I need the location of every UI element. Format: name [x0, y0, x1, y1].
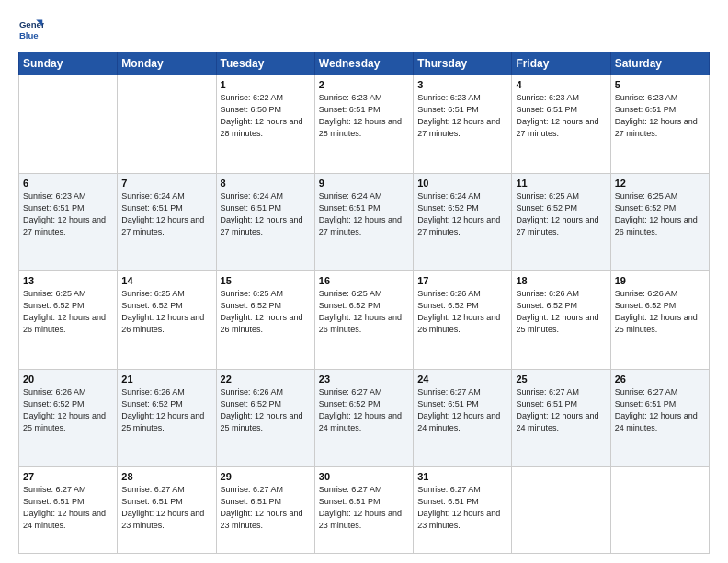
calendar-cell: 10Sunrise: 6:24 AMSunset: 6:52 PMDayligh…: [414, 173, 512, 271]
day-number: 26: [615, 373, 705, 385]
day-number: 11: [516, 178, 606, 189]
day-info: Sunrise: 6:26 AMSunset: 6:52 PMDaylight:…: [516, 288, 606, 336]
day-number: 8: [221, 178, 311, 189]
calendar-cell: 23Sunrise: 6:27 AMSunset: 6:52 PMDayligh…: [314, 369, 413, 467]
day-number: 4: [516, 79, 606, 90]
day-number: 12: [615, 178, 705, 189]
calendar-cell: 28Sunrise: 6:27 AMSunset: 6:51 PMDayligh…: [118, 467, 216, 554]
day-number: 2: [319, 79, 409, 90]
day-number: 5: [615, 79, 705, 90]
logo: General Blue: [18, 17, 48, 42]
calendar-cell: 16Sunrise: 6:25 AMSunset: 6:52 PMDayligh…: [314, 271, 413, 370]
weekday-header: Tuesday: [216, 52, 314, 75]
calendar-cell: 30Sunrise: 6:27 AMSunset: 6:51 PMDayligh…: [314, 467, 413, 554]
calendar-cell: 5Sunrise: 6:23 AMSunset: 6:51 PMDaylight…: [610, 75, 709, 174]
day-info: Sunrise: 6:23 AMSunset: 6:51 PMDaylight:…: [23, 190, 113, 238]
day-info: Sunrise: 6:27 AMSunset: 6:51 PMDaylight:…: [417, 484, 507, 532]
day-info: Sunrise: 6:26 AMSunset: 6:52 PMDaylight:…: [23, 386, 113, 434]
calendar-cell: [610, 467, 709, 554]
svg-text:Blue: Blue: [19, 30, 39, 40]
day-number: 30: [319, 471, 409, 482]
weekday-header: Thursday: [414, 52, 512, 75]
day-info: Sunrise: 6:27 AMSunset: 6:51 PMDaylight:…: [221, 484, 311, 532]
weekday-header: Friday: [512, 52, 610, 75]
page: General Blue SundayMondayTuesdayWednesda…: [0, 0, 728, 563]
calendar-cell: [512, 467, 610, 554]
day-info: Sunrise: 6:25 AMSunset: 6:52 PMDaylight:…: [23, 288, 113, 336]
calendar-cell: 19Sunrise: 6:26 AMSunset: 6:52 PMDayligh…: [610, 271, 709, 370]
day-info: Sunrise: 6:24 AMSunset: 6:51 PMDaylight:…: [121, 190, 211, 238]
calendar-cell: 8Sunrise: 6:24 AMSunset: 6:51 PMDaylight…: [216, 173, 314, 271]
calendar-cell: 7Sunrise: 6:24 AMSunset: 6:51 PMDaylight…: [118, 173, 216, 271]
day-info: Sunrise: 6:27 AMSunset: 6:52 PMDaylight:…: [319, 386, 409, 434]
weekday-header: Monday: [118, 52, 216, 75]
calendar-cell: 29Sunrise: 6:27 AMSunset: 6:51 PMDayligh…: [216, 467, 314, 554]
day-info: Sunrise: 6:25 AMSunset: 6:52 PMDaylight:…: [319, 288, 409, 336]
calendar-cell: 22Sunrise: 6:26 AMSunset: 6:52 PMDayligh…: [216, 369, 314, 467]
calendar-cell: [19, 75, 118, 174]
calendar-cell: 12Sunrise: 6:25 AMSunset: 6:52 PMDayligh…: [610, 173, 709, 271]
day-info: Sunrise: 6:23 AMSunset: 6:51 PMDaylight:…: [319, 92, 409, 140]
day-number: 13: [23, 275, 113, 286]
calendar-cell: 25Sunrise: 6:27 AMSunset: 6:51 PMDayligh…: [512, 369, 610, 467]
day-info: Sunrise: 6:26 AMSunset: 6:52 PMDaylight:…: [615, 288, 705, 336]
day-info: Sunrise: 6:24 AMSunset: 6:51 PMDaylight:…: [221, 190, 311, 238]
day-number: 16: [319, 275, 409, 286]
calendar-table: SundayMondayTuesdayWednesdayThursdayFrid…: [18, 52, 710, 554]
weekday-header: Wednesday: [314, 52, 413, 75]
calendar-cell: 13Sunrise: 6:25 AMSunset: 6:52 PMDayligh…: [19, 271, 118, 370]
day-info: Sunrise: 6:27 AMSunset: 6:51 PMDaylight:…: [319, 484, 409, 532]
day-number: 10: [417, 178, 507, 189]
calendar-cell: 11Sunrise: 6:25 AMSunset: 6:52 PMDayligh…: [512, 173, 610, 271]
weekday-header: Saturday: [610, 52, 709, 75]
calendar-cell: 27Sunrise: 6:27 AMSunset: 6:51 PMDayligh…: [19, 467, 118, 554]
day-info: Sunrise: 6:26 AMSunset: 6:52 PMDaylight:…: [221, 386, 311, 434]
calendar-week-row: 27Sunrise: 6:27 AMSunset: 6:51 PMDayligh…: [19, 467, 710, 554]
day-number: 14: [121, 275, 211, 286]
day-number: 9: [319, 178, 409, 189]
calendar-cell: [118, 75, 216, 174]
day-number: 27: [23, 471, 113, 482]
day-number: 15: [221, 275, 311, 286]
calendar-week-row: 1Sunrise: 6:22 AMSunset: 6:50 PMDaylight…: [19, 75, 710, 174]
day-info: Sunrise: 6:25 AMSunset: 6:52 PMDaylight:…: [221, 288, 311, 336]
day-info: Sunrise: 6:25 AMSunset: 6:52 PMDaylight:…: [121, 288, 211, 336]
day-info: Sunrise: 6:27 AMSunset: 6:51 PMDaylight:…: [417, 386, 507, 434]
calendar-cell: 24Sunrise: 6:27 AMSunset: 6:51 PMDayligh…: [414, 369, 512, 467]
calendar-cell: 31Sunrise: 6:27 AMSunset: 6:51 PMDayligh…: [414, 467, 512, 554]
calendar-cell: 20Sunrise: 6:26 AMSunset: 6:52 PMDayligh…: [19, 369, 118, 467]
calendar-week-row: 6Sunrise: 6:23 AMSunset: 6:51 PMDaylight…: [19, 173, 710, 271]
day-info: Sunrise: 6:27 AMSunset: 6:51 PMDaylight:…: [23, 484, 113, 532]
day-info: Sunrise: 6:23 AMSunset: 6:51 PMDaylight:…: [417, 92, 507, 140]
calendar-cell: 14Sunrise: 6:25 AMSunset: 6:52 PMDayligh…: [118, 271, 216, 370]
calendar-cell: 18Sunrise: 6:26 AMSunset: 6:52 PMDayligh…: [512, 271, 610, 370]
calendar-week-row: 20Sunrise: 6:26 AMSunset: 6:52 PMDayligh…: [19, 369, 710, 467]
day-info: Sunrise: 6:25 AMSunset: 6:52 PMDaylight:…: [615, 190, 705, 238]
calendar-cell: 2Sunrise: 6:23 AMSunset: 6:51 PMDaylight…: [314, 75, 413, 174]
day-info: Sunrise: 6:26 AMSunset: 6:52 PMDaylight:…: [417, 288, 507, 336]
day-number: 31: [417, 471, 507, 482]
calendar-cell: 15Sunrise: 6:25 AMSunset: 6:52 PMDayligh…: [216, 271, 314, 370]
calendar-cell: 21Sunrise: 6:26 AMSunset: 6:52 PMDayligh…: [118, 369, 216, 467]
day-number: 17: [417, 275, 507, 286]
day-info: Sunrise: 6:27 AMSunset: 6:51 PMDaylight:…: [516, 386, 606, 434]
day-number: 23: [319, 373, 409, 385]
day-number: 25: [516, 373, 606, 385]
day-info: Sunrise: 6:27 AMSunset: 6:51 PMDaylight:…: [615, 386, 705, 434]
day-info: Sunrise: 6:24 AMSunset: 6:52 PMDaylight:…: [417, 190, 507, 238]
calendar-cell: 17Sunrise: 6:26 AMSunset: 6:52 PMDayligh…: [414, 271, 512, 370]
day-number: 20: [23, 373, 113, 385]
weekday-header: Sunday: [19, 52, 118, 75]
calendar-header-row: SundayMondayTuesdayWednesdayThursdayFrid…: [19, 52, 710, 75]
calendar-cell: 1Sunrise: 6:22 AMSunset: 6:50 PMDaylight…: [216, 75, 314, 174]
day-number: 29: [221, 471, 311, 482]
calendar-cell: 4Sunrise: 6:23 AMSunset: 6:51 PMDaylight…: [512, 75, 610, 174]
day-info: Sunrise: 6:25 AMSunset: 6:52 PMDaylight:…: [516, 190, 606, 238]
day-info: Sunrise: 6:23 AMSunset: 6:51 PMDaylight:…: [615, 92, 705, 140]
day-info: Sunrise: 6:24 AMSunset: 6:51 PMDaylight:…: [319, 190, 409, 238]
day-info: Sunrise: 6:26 AMSunset: 6:52 PMDaylight:…: [121, 386, 211, 434]
day-number: 3: [417, 79, 507, 90]
day-number: 24: [417, 373, 507, 385]
logo-icon: General Blue: [18, 17, 44, 42]
header: General Blue: [18, 17, 710, 42]
